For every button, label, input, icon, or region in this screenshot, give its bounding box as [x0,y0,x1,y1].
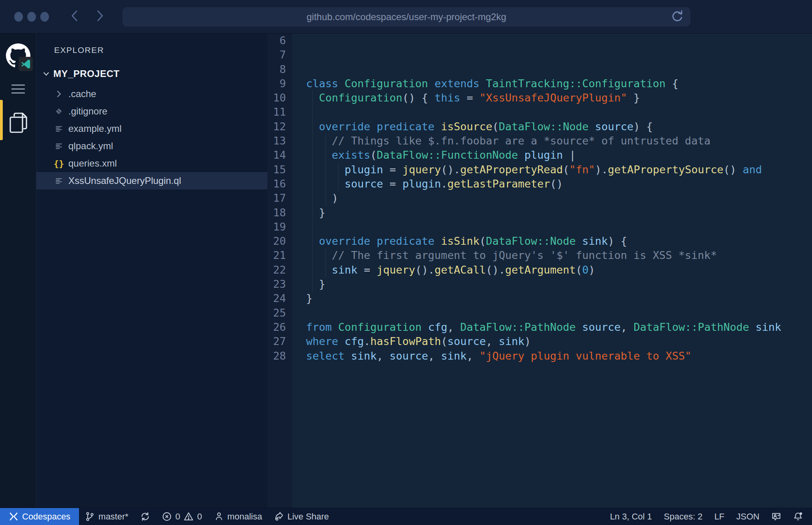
line-number: 20 [267,234,292,248]
code-content: ) [292,191,812,205]
status-indentation-label: Spaces: 2 [664,512,703,522]
explorer-title: EXPLORER [54,45,267,55]
files-copy-icon[interactable] [8,112,28,135]
warning-icon [184,512,194,521]
status-account-label: monalisa [227,512,262,522]
status-language-mode[interactable]: JSON [730,508,765,525]
code-line-6[interactable]: 6 [267,34,812,48]
code-content: source = plugin.getLastParameter() [292,177,812,191]
code-line-14[interactable]: 14 exists(DataFlow::FunctionNode plugin … [267,148,812,162]
bell-dot-icon [793,512,803,521]
code-line-22[interactable]: 22 sink = jquery().getACall().getArgumen… [267,263,812,277]
code-content: exists(DataFlow::FunctionNode plugin | [292,148,812,162]
status-codespaces[interactable]: Codespaces [0,508,79,525]
code-line-25[interactable]: 25 [267,306,812,320]
status-indentation[interactable]: Spaces: 2 [658,508,709,525]
line-number: 14 [267,148,292,162]
code-content: } [292,277,812,291]
line-number: 22 [267,263,292,277]
status-account[interactable]: monalisa [208,508,268,525]
tree-item-example-yml[interactable]: example.yml [36,120,267,137]
tree-item-qlpack-yml[interactable]: qlpack.yml [36,137,267,155]
forward-icon[interactable] [95,9,105,24]
tree-item--gitignore[interactable]: .gitignore [36,103,267,120]
code-line-28[interactable]: 28select sink, source, sink, "jQuery plu… [267,349,812,363]
status-branch-label: master* [98,512,128,522]
remote-icon [9,512,19,521]
window-controls[interactable] [14,12,49,22]
code-line-26[interactable]: 26from Configuration cfg, DataFlow::Path… [267,320,812,334]
status-codespaces-label: Codespaces [22,512,70,522]
error-icon [162,512,172,521]
feedback-icon [771,512,781,521]
line-number: 19 [267,220,292,234]
status-problems[interactable]: 00 [156,508,208,525]
code-line-23[interactable]: 23 } [267,277,812,291]
code-line-18[interactable]: 18 } [267,206,812,220]
indent-guide [325,191,326,205]
tree-item-label: XssUnsafeJQueryPlugin.ql [68,175,181,186]
status-eol[interactable]: LF [709,508,731,525]
status-bar-left: Codespacesmaster*00monalisaLive Share [0,508,335,525]
status-branch[interactable]: master* [79,508,134,525]
menu-icon[interactable] [11,84,25,94]
code-line-17[interactable]: 17 ) [267,191,812,205]
status-cursor-position[interactable]: Ln 3, Col 1 [604,508,658,525]
status-sync[interactable] [134,508,156,525]
share-icon [274,512,284,521]
line-number: 16 [267,177,292,191]
refresh-icon[interactable] [671,10,684,23]
code-line-16[interactable]: 16 source = plugin.getLastParameter() [267,177,812,191]
code-line-8[interactable]: 8 [267,62,812,77]
code-content: override predicate isSource(DataFlow::No… [292,120,812,134]
tree-item-label: queries.xml [68,158,117,169]
code-line-9[interactable]: 9class Configuration extends TaintTracki… [267,77,812,91]
code-line-10[interactable]: 10 Configuration() { this = "XssUnsafeJQ… [267,91,812,105]
code-line-12[interactable]: 12 override predicate isSource(DataFlow:… [267,120,812,134]
line-number: 7 [267,48,292,62]
back-icon[interactable] [70,9,80,24]
code-line-13[interactable]: 13 // Things like $.fn.foobar are a *sou… [267,134,812,148]
code-line-7[interactable]: 7 [267,48,812,62]
code-line-21[interactable]: 21 // The first argument to jQuery's '$'… [267,248,812,262]
code-line-19[interactable]: 19 [267,220,812,234]
indent-guide [325,148,326,162]
code-line-27[interactable]: 27where cfg.hasFlowPath(source, sink) [267,334,812,349]
code-editor[interactable]: 6789class Configuration extends TaintTra… [267,34,812,508]
code-content [292,62,812,77]
code-line-15[interactable]: 15 plugin = jquery().getAPropertyRead("f… [267,163,812,177]
code-line-11[interactable]: 11 [267,105,812,119]
window-control-dot[interactable] [27,12,36,22]
indent-guide [312,206,313,220]
address-bar[interactable]: github.com/codespaces/user-my-project-mg… [122,7,690,26]
status-notifications[interactable] [787,508,809,525]
tree-item-queries-xml[interactable]: {}queries.xml [36,155,267,172]
code-line-24[interactable]: 24} [267,291,812,306]
github-octocat-icon[interactable] [6,43,30,68]
tree-item-label: example.yml [68,123,122,134]
url-text[interactable]: github.com/codespaces/user-my-project-mg… [306,11,506,22]
status-cursor-position-label: Ln 3, Col 1 [610,512,652,522]
code-content: // Things like $.fn.foobar are a *source… [292,134,812,148]
code-content: override predicate isSink(DataFlow::Node… [292,234,812,248]
status-live-share[interactable]: Live Share [268,508,335,525]
project-root[interactable]: MY_PROJECT [42,67,267,81]
window-control-dot[interactable] [14,12,23,22]
code-content [292,34,812,48]
code-content: sink = jquery().getACall().getArgument(0… [292,263,812,277]
list-file-icon [54,176,64,186]
list-file-icon [54,141,64,151]
code-content: class Configuration extends TaintTrackin… [292,77,812,91]
code-content [292,48,812,62]
code-line-20[interactable]: 20 override predicate isSink(DataFlow::N… [267,234,812,248]
line-number: 15 [267,163,292,177]
person-icon [214,512,224,521]
tree-item-xssunsafejqueryplugin-ql[interactable]: XssUnsafeJQueryPlugin.ql [36,172,267,189]
status-feedback[interactable] [765,508,787,525]
line-number: 26 [267,320,292,334]
indent-guide [312,277,313,291]
line-number: 18 [267,206,292,220]
window-control-dot[interactable] [40,12,49,22]
code-content [292,220,812,234]
tree-item--cache[interactable]: .cache [36,85,267,103]
